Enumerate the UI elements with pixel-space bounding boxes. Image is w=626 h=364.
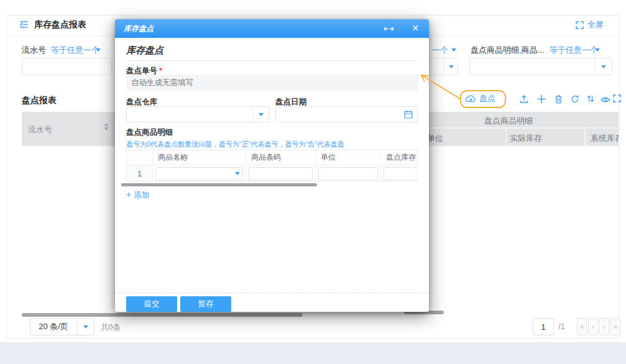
detail-barcode-header: 商品条码 (246, 150, 316, 165)
inventory-count-label: 盘点 (479, 93, 495, 104)
caret-down-icon[interactable] (595, 48, 600, 52)
last-page-button[interactable]: » (610, 318, 620, 335)
inventory-count-modal: 库存盘点 ✕ 库存盘点 盘点单号* 盘点仓库 盘点日期 (115, 19, 429, 312)
refresh-icon[interactable] (571, 94, 579, 104)
caret-down-icon (601, 65, 606, 68)
filter-serial-value-box[interactable] (22, 58, 112, 75)
fullscreen-label: 全屏 (587, 19, 604, 30)
caret-down-icon (259, 113, 264, 116)
page-size-caret-section[interactable] (76, 319, 94, 335)
warehouse-caret-section[interactable] (252, 107, 269, 122)
detail-name-select[interactable] (155, 167, 243, 180)
filter-hidden-operator-fragment[interactable]: 一个 (432, 45, 448, 56)
modal-titlebar[interactable]: 库存盘点 ✕ (115, 19, 429, 38)
add-row-label: 添加 (134, 191, 149, 199)
detail-row-index: 1 (127, 165, 153, 181)
modal-title: 库存盘点 (115, 24, 154, 34)
page-number-input[interactable] (533, 319, 553, 335)
add-icon[interactable] (537, 94, 546, 104)
cloud-sync-icon (465, 94, 477, 103)
table-fullscreen-icon[interactable] (613, 94, 621, 102)
column-unit[interactable]: 单位 (427, 133, 443, 144)
inventory-count-button[interactable]: 盘点 (465, 93, 495, 104)
filter-hidden-caret-section[interactable] (444, 58, 458, 75)
detail-stock-header: 盘点库存 (381, 150, 418, 165)
export-icon[interactable] (520, 94, 528, 104)
next-page-button[interactable]: › (599, 318, 609, 335)
filter-product-input[interactable] (470, 58, 593, 75)
column-group-detail: 盘点商品明细 (484, 116, 533, 127)
page-size-value: 20 条/页 (30, 321, 76, 332)
plus-icon: + (126, 189, 131, 199)
caret-down-icon (83, 325, 88, 329)
detail-table: 商品名称 商品条码 单位 盘点库存 1 (126, 150, 418, 181)
filter-product-operator-link[interactable]: 等于任意一个 (550, 45, 598, 56)
visibility-icon[interactable] (601, 96, 610, 103)
resize-arrows-icon[interactable] (384, 25, 394, 32)
report-title: 盘点报表 (22, 95, 57, 106)
fullscreen-icon (576, 21, 584, 29)
page-number-box[interactable] (533, 318, 554, 335)
detail-name-input[interactable] (155, 167, 243, 180)
calendar-icon[interactable] (404, 110, 413, 119)
caret-down-icon[interactable] (451, 48, 456, 52)
column-sort-icon[interactable] (104, 123, 109, 130)
collapse-menu-icon[interactable] (19, 20, 29, 29)
close-icon[interactable]: ✕ (412, 23, 419, 33)
page-footer-band (0, 342, 626, 364)
column-serial[interactable]: 流水号 (28, 124, 52, 135)
filter-serial-operator-link[interactable]: 等于任意一个 (51, 45, 99, 56)
caret-down-icon[interactable] (96, 48, 101, 52)
date-input[interactable] (276, 107, 398, 122)
total-pages-label: /1 (558, 322, 565, 331)
order-no-input[interactable] (126, 75, 418, 91)
header-col-divider (505, 128, 507, 146)
detail-barcode-input[interactable] (249, 167, 313, 180)
total-count-label: 共0条 (101, 322, 121, 333)
filter-product-caret-section[interactable] (594, 58, 612, 75)
fullscreen-button[interactable]: 全屏 (576, 19, 604, 30)
detail-name-cell (153, 165, 246, 181)
prev-page-button[interactable]: ‹ (588, 318, 598, 335)
order-no-label-text: 盘点单号 (126, 66, 157, 75)
add-row-link[interactable]: +添加 (126, 189, 149, 201)
delete-icon[interactable] (555, 94, 563, 104)
save-draft-button[interactable]: 暂存 (180, 296, 231, 312)
page-size-select[interactable]: 20 条/页 (30, 318, 94, 335)
column-actual-stock[interactable]: 实际库存 (510, 133, 542, 144)
detail-unit-input[interactable] (318, 167, 378, 180)
warehouse-input[interactable] (127, 107, 250, 122)
modal-footer-divider (115, 293, 429, 293)
detail-stock-cell (381, 165, 418, 181)
filter-serial-field-label: 流水号 (22, 45, 46, 56)
header-col-divider (584, 128, 586, 146)
required-mark: * (159, 66, 162, 75)
detail-unit-cell (316, 165, 381, 181)
modal-heading: 库存盘点 (126, 45, 163, 57)
page-title: 库存盘点报表 (34, 19, 86, 30)
caret-down-icon (449, 65, 454, 68)
detail-section-label: 盘点商品明细 (126, 127, 173, 138)
table-hscrollbar-thumb[interactable] (22, 313, 303, 317)
detail-unit-header: 单位 (316, 150, 381, 165)
caret-down-icon[interactable] (235, 172, 240, 175)
app-window: 库存盘点报表 全屏 流水号 等于任意一个 一个 盘点商品明细.商品... 等于任… (0, 0, 626, 364)
order-no-field[interactable] (126, 75, 418, 91)
filter-product-value-box[interactable] (469, 58, 612, 75)
detail-table-hscrollbar-thumb[interactable] (121, 183, 317, 186)
date-field[interactable] (275, 106, 418, 122)
sort-icon[interactable] (587, 94, 594, 103)
detail-stock-input[interactable] (384, 167, 418, 180)
warehouse-select[interactable] (126, 106, 269, 122)
detail-barcode-cell (246, 165, 316, 181)
column-system-stock[interactable]: 系统库存 (591, 133, 619, 144)
detail-index-header (127, 150, 153, 165)
modal-heading-divider (126, 60, 418, 61)
filter-serial-input[interactable] (22, 58, 111, 75)
detail-name-header: 商品名称 (153, 150, 246, 165)
submit-button[interactable]: 提交 (126, 296, 177, 312)
filter-product-field-label: 盘点商品明细.商品... (471, 45, 544, 56)
profit-loss-hint: 盈亏为0代表盘点数量没问题，盈亏为“正”代表盘亏，盈亏为“负”代表盘盈 (126, 140, 344, 149)
first-page-button[interactable]: « (577, 318, 587, 335)
